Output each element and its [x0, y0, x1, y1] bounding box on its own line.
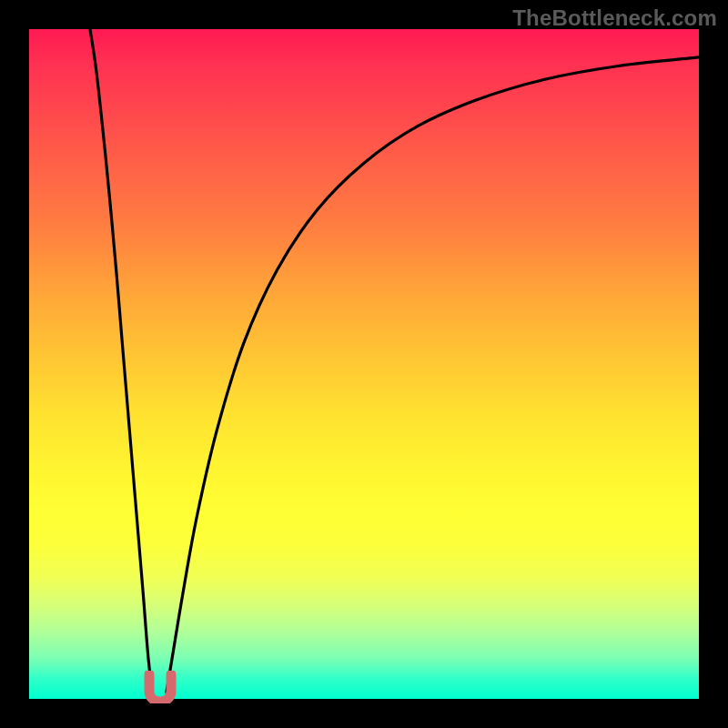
curve-layer	[29, 29, 699, 699]
minimum-marker	[141, 671, 179, 703]
plot-area	[29, 29, 699, 699]
left-branch-curve	[90, 29, 152, 693]
right-branch-curve	[167, 57, 699, 693]
u-marker-icon	[141, 671, 179, 703]
chart-container: TheBottleneck.com	[0, 0, 728, 728]
watermark-text: TheBottleneck.com	[512, 5, 717, 31]
